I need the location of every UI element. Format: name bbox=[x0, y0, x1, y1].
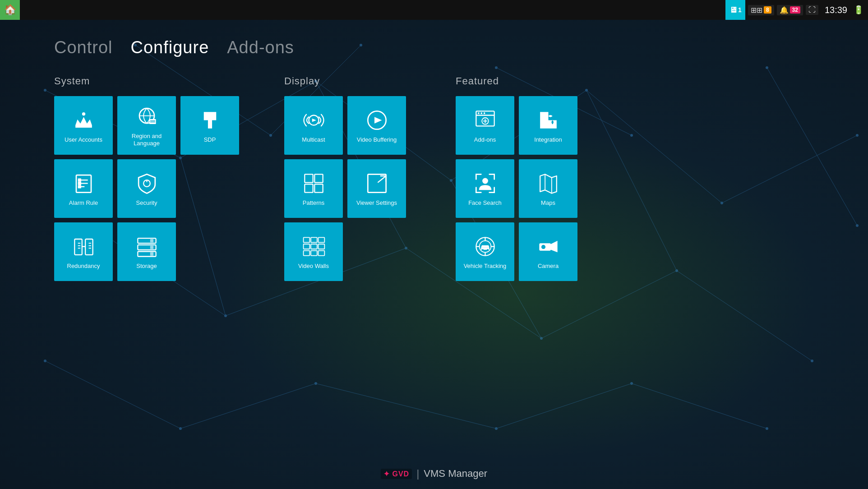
featured-section-title: Featured bbox=[456, 75, 582, 87]
viewer-settings-label: Viewer Settings bbox=[356, 199, 397, 207]
svg-point-107 bbox=[482, 178, 488, 184]
svg-rect-84 bbox=[305, 174, 313, 182]
footer-app-name: VMS Manager bbox=[424, 468, 487, 480]
svg-rect-85 bbox=[314, 174, 323, 182]
svg-point-103 bbox=[483, 112, 485, 114]
footer-divider: | bbox=[416, 467, 419, 480]
svg-marker-56 bbox=[203, 112, 216, 129]
footer-logo: ✦ GVD bbox=[381, 469, 412, 479]
viewer-settings-icon bbox=[365, 171, 389, 196]
camera-icon bbox=[536, 234, 561, 259]
svg-line-17 bbox=[316, 383, 496, 429]
tile-storage[interactable]: Storage bbox=[117, 222, 176, 281]
integration-label: Integration bbox=[534, 136, 562, 143]
monitor-icon: 🖥 bbox=[729, 5, 737, 15]
svg-rect-91 bbox=[311, 237, 317, 242]
video-walls-label: Video Walls bbox=[298, 263, 329, 270]
featured-tile-grid: Add-ons Integration bbox=[456, 96, 582, 281]
svg-rect-65 bbox=[74, 239, 82, 255]
storage-icon: ⊞⊞ bbox=[751, 6, 762, 14]
alert-count: 32 bbox=[790, 6, 800, 14]
tile-patterns[interactable]: Patterns bbox=[284, 159, 343, 218]
svg-rect-77 bbox=[150, 239, 153, 242]
camera-label: Camera bbox=[538, 263, 559, 270]
clock: 13:39 bbox=[821, 5, 851, 15]
tab-configure[interactable]: Configure bbox=[131, 38, 209, 57]
tile-security[interactable]: Security bbox=[117, 159, 176, 218]
monitor-indicator[interactable]: 🖥 1 bbox=[725, 0, 745, 20]
svg-point-38 bbox=[179, 427, 182, 430]
maps-icon bbox=[536, 171, 561, 196]
svg-rect-98 bbox=[318, 250, 324, 255]
svg-rect-97 bbox=[311, 250, 317, 255]
tile-multicast[interactable]: Multicast bbox=[284, 96, 343, 155]
svg-rect-92 bbox=[318, 237, 324, 242]
tile-camera[interactable]: Camera bbox=[519, 222, 577, 281]
tile-viewer-settings[interactable]: Viewer Settings bbox=[347, 159, 406, 218]
patterns-label: Patterns bbox=[303, 199, 324, 207]
svg-rect-61 bbox=[78, 178, 81, 181]
svg-point-37 bbox=[44, 360, 46, 362]
svg-line-19 bbox=[632, 383, 767, 429]
svg-rect-94 bbox=[311, 244, 317, 249]
tile-redundancy[interactable]: Redundancy bbox=[54, 222, 113, 281]
video-buffering-icon bbox=[365, 108, 389, 133]
security-label: Security bbox=[136, 199, 157, 207]
svg-point-40 bbox=[495, 427, 498, 430]
region-language-label: Region and Language bbox=[122, 133, 171, 147]
tile-sdp[interactable]: SDP bbox=[180, 96, 239, 155]
tile-alarm-rule[interactable]: Alarm Rule bbox=[54, 159, 113, 218]
svg-point-118 bbox=[482, 249, 484, 251]
svg-point-34 bbox=[540, 337, 543, 340]
face-search-label: Face Search bbox=[468, 199, 502, 207]
tile-integration[interactable]: Integration bbox=[519, 96, 577, 155]
svg-rect-66 bbox=[85, 239, 93, 255]
fullscreen-button[interactable]: ⛶ bbox=[806, 5, 818, 15]
tile-region-language[interactable]: Region and Language bbox=[117, 96, 176, 155]
monitor-num: 1 bbox=[738, 6, 742, 14]
svg-line-15 bbox=[45, 361, 180, 429]
svg-point-102 bbox=[480, 112, 482, 114]
tile-video-walls[interactable]: Video Walls bbox=[284, 222, 343, 281]
svg-marker-108 bbox=[540, 174, 557, 193]
svg-rect-90 bbox=[303, 237, 309, 242]
topbar: 🏠 🖥 1 ⊞⊞ 8 🔔 32 ⛶ 13:39 🔋 bbox=[0, 0, 868, 20]
svg-line-89 bbox=[378, 176, 386, 183]
addons-icon bbox=[473, 108, 498, 133]
sdp-label: SDP bbox=[204, 136, 216, 143]
tile-user-accounts[interactable]: User Accounts bbox=[54, 96, 113, 155]
patterns-icon bbox=[301, 171, 326, 196]
svg-rect-96 bbox=[303, 250, 309, 255]
tile-maps[interactable]: Maps bbox=[519, 159, 577, 218]
svg-rect-88 bbox=[368, 174, 386, 192]
sdp-icon bbox=[198, 108, 222, 133]
multicast-label: Multicast bbox=[302, 136, 325, 143]
tile-video-buffering[interactable]: Video Buffering bbox=[347, 96, 406, 155]
nav-tabs: Control Configure Add-ons bbox=[54, 38, 814, 57]
svg-point-50 bbox=[82, 112, 85, 115]
user-accounts-icon bbox=[71, 108, 96, 133]
home-button[interactable]: 🏠 bbox=[0, 0, 20, 20]
system-section-title: System bbox=[54, 75, 239, 87]
featured-section: Featured Add-ons bbox=[456, 75, 582, 281]
sections-row: System User Accounts bbox=[54, 75, 814, 281]
tab-control[interactable]: Control bbox=[54, 38, 113, 57]
svg-point-32 bbox=[224, 314, 227, 317]
vehicle-tracking-icon bbox=[473, 234, 498, 259]
tile-face-search[interactable]: Face Search bbox=[456, 159, 514, 218]
svg-rect-93 bbox=[303, 244, 309, 249]
alert-badge[interactable]: 🔔 32 bbox=[777, 5, 803, 15]
svg-point-122 bbox=[541, 245, 545, 249]
svg-rect-95 bbox=[318, 244, 324, 249]
svg-rect-86 bbox=[305, 184, 313, 192]
tab-addons[interactable]: Add-ons bbox=[227, 38, 294, 57]
storage-count: 8 bbox=[764, 6, 771, 14]
svg-rect-62 bbox=[78, 182, 81, 185]
display-section-title: Display bbox=[284, 75, 411, 87]
tile-addons[interactable]: Add-ons bbox=[456, 96, 514, 155]
svg-marker-121 bbox=[551, 240, 558, 252]
tile-vehicle-tracking[interactable]: Vehicle Tracking bbox=[456, 222, 514, 281]
storage-badge[interactable]: ⊞⊞ 8 bbox=[748, 5, 774, 15]
svg-point-39 bbox=[314, 382, 317, 385]
svg-rect-78 bbox=[150, 245, 153, 249]
